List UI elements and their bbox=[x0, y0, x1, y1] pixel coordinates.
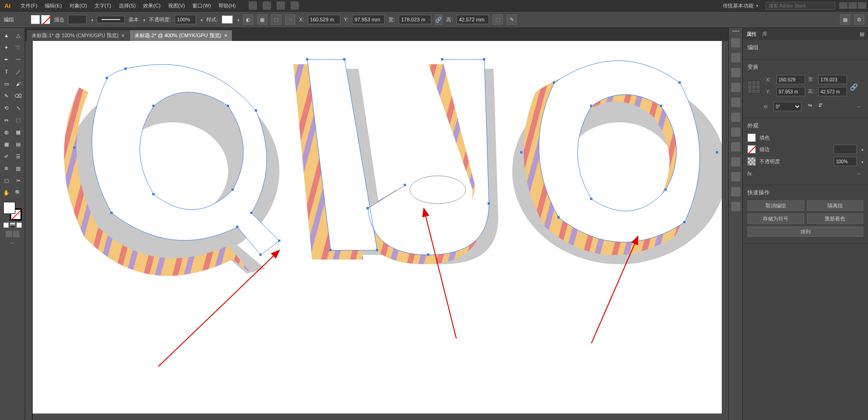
tool-blend[interactable]: ☰ bbox=[13, 151, 24, 162]
prop-y-input[interactable] bbox=[776, 87, 805, 96]
dock-actions-icon[interactable] bbox=[731, 202, 740, 211]
tool-artboard[interactable]: ▢ bbox=[1, 175, 12, 186]
tool-type[interactable]: T bbox=[1, 66, 12, 77]
appearance-more-icon[interactable]: ··· bbox=[854, 169, 863, 178]
dock-stroke-icon[interactable] bbox=[731, 98, 740, 107]
tool-symbol-sprayer[interactable]: ✲ bbox=[1, 163, 12, 174]
appearance-opacity-swatch[interactable] bbox=[747, 157, 756, 166]
dock-symbols-icon[interactable] bbox=[731, 83, 740, 92]
recolor-icon[interactable]: ◐ bbox=[243, 14, 253, 25]
fill-color[interactable] bbox=[3, 202, 15, 214]
scrollbar-horizontal[interactable] bbox=[33, 413, 728, 420]
doc-setup-icon[interactable]: ▦ bbox=[840, 14, 850, 25]
transform-icon[interactable]: ⬚ bbox=[271, 14, 281, 25]
tool-mesh[interactable]: ▦ bbox=[1, 139, 12, 150]
menu-edit[interactable]: 编辑(E) bbox=[41, 0, 66, 11]
tool-rectangle[interactable]: ▭ bbox=[1, 78, 12, 89]
dock-swatches-icon[interactable] bbox=[731, 53, 740, 62]
scrollbar-vertical[interactable] bbox=[722, 41, 728, 413]
brush-preview[interactable] bbox=[97, 16, 125, 23]
tool-lasso[interactable]: ➰ bbox=[13, 42, 24, 53]
save-as-symbol-button[interactable]: 存储为符号 bbox=[747, 213, 804, 224]
tool-gradient[interactable]: ▤ bbox=[13, 139, 24, 150]
prefs-icon[interactable]: ⚙ bbox=[854, 14, 864, 25]
opacity-input[interactable] bbox=[175, 15, 196, 24]
menu-window[interactable]: 窗口(W) bbox=[189, 0, 215, 11]
menu-effect[interactable]: 效果(C) bbox=[139, 0, 164, 11]
panel-menu-icon[interactable]: ▤ bbox=[860, 31, 864, 37]
menu-type[interactable]: 文字(T) bbox=[91, 0, 115, 11]
isolate-group-button[interactable]: 隔离组 bbox=[807, 200, 864, 211]
tool-eyedropper[interactable]: ✐ bbox=[1, 151, 12, 162]
edit-toolbar-button[interactable]: ··· bbox=[2, 240, 23, 246]
style-menu[interactable] bbox=[237, 17, 239, 22]
tab-doc-1[interactable]: 未标题-1* @ 100% (CMYK/GPU 预览) × bbox=[27, 30, 129, 41]
color-mode-gradient[interactable] bbox=[10, 222, 15, 228]
appearance-stroke-weight[interactable] bbox=[834, 145, 857, 154]
stock-icon[interactable] bbox=[263, 1, 271, 10]
appearance-opacity-input[interactable] bbox=[834, 157, 857, 166]
tool-rotate[interactable]: ⟲ bbox=[1, 102, 12, 113]
dock-graphic-styles-icon[interactable] bbox=[731, 157, 740, 167]
graphic-style-swatch[interactable] bbox=[222, 15, 233, 24]
dock-gradient-icon[interactable] bbox=[731, 113, 740, 122]
canvas[interactable] bbox=[25, 41, 728, 420]
fill-swatch[interactable] bbox=[31, 15, 40, 24]
workspace-switcher[interactable]: 传统基本功能 bbox=[719, 1, 762, 10]
gpu-icon[interactable] bbox=[291, 1, 299, 10]
search-input[interactable] bbox=[766, 2, 835, 10]
tool-magic-wand[interactable]: ✦ bbox=[1, 42, 12, 53]
ungroup-button[interactable]: 取消编组 bbox=[747, 200, 804, 211]
flip-v-icon[interactable]: ⇵ bbox=[818, 102, 827, 111]
opacity-menu[interactable] bbox=[200, 17, 203, 22]
recolor-button[interactable]: 重新着色 bbox=[807, 213, 864, 224]
menu-select[interactable]: 选择(S) bbox=[115, 0, 140, 11]
screen-mode-normal[interactable] bbox=[6, 231, 12, 237]
prop-h-input[interactable] bbox=[818, 87, 847, 96]
screen-mode-full[interactable] bbox=[13, 231, 20, 237]
arrange-icon[interactable] bbox=[277, 1, 285, 10]
dock-links-icon[interactable] bbox=[731, 187, 740, 196]
tool-shaper[interactable]: ✎ bbox=[1, 90, 12, 101]
link-wh-icon[interactable]: 🔗 bbox=[435, 14, 442, 25]
tool-direct-selection[interactable]: △ bbox=[13, 30, 24, 41]
stroke-swatch[interactable] bbox=[41, 15, 50, 24]
tool-shape-builder[interactable]: ◍ bbox=[1, 127, 12, 138]
menu-file[interactable]: 文件(F) bbox=[17, 0, 41, 11]
color-mode-none[interactable] bbox=[16, 222, 22, 228]
prop-rotation-input[interactable]: 0° bbox=[773, 102, 801, 111]
tool-slice[interactable]: ✂ bbox=[13, 175, 24, 186]
w-input[interactable] bbox=[399, 15, 431, 24]
menu-help[interactable]: 帮助(H) bbox=[215, 0, 239, 11]
tab-doc-2[interactable]: 未标题-2* @ 400% (CMYK/GPU 预览) × bbox=[130, 30, 232, 41]
tool-scale[interactable]: ⤡ bbox=[13, 102, 24, 113]
opacity-dropdown[interactable] bbox=[861, 159, 863, 164]
link-wh-icon[interactable]: 🔗 bbox=[850, 83, 858, 91]
tool-eraser[interactable]: ⌫ bbox=[13, 90, 24, 101]
panel-tab-properties[interactable]: 属性 bbox=[746, 31, 757, 38]
artboard[interactable] bbox=[33, 41, 722, 418]
fx-button[interactable]: fx. bbox=[747, 171, 753, 176]
arrange-button[interactable]: 排列 bbox=[747, 227, 863, 237]
fill-stroke-selector[interactable] bbox=[3, 202, 22, 220]
minimize-button[interactable] bbox=[839, 2, 848, 9]
isolate-icon[interactable]: ⬚ bbox=[493, 14, 503, 25]
color-mode-solid[interactable] bbox=[3, 222, 9, 228]
tool-width[interactable]: ⇔ bbox=[1, 114, 12, 126]
h-input[interactable] bbox=[456, 15, 489, 24]
prop-w-input[interactable] bbox=[818, 75, 847, 84]
menu-object[interactable]: 对象(O) bbox=[66, 0, 91, 11]
dock-appearance-icon[interactable] bbox=[731, 142, 740, 152]
tool-selection[interactable]: ▲ bbox=[1, 30, 12, 41]
tool-free-transform[interactable]: ⬚ bbox=[13, 114, 24, 126]
menu-view[interactable]: 视图(V) bbox=[164, 0, 189, 11]
appearance-fill-swatch[interactable] bbox=[747, 133, 756, 142]
tool-graph[interactable]: ▥ bbox=[13, 163, 24, 174]
tool-perspective[interactable]: ▦ bbox=[13, 127, 24, 138]
reference-point-grid[interactable] bbox=[747, 80, 760, 93]
stroke-weight-dropdown[interactable] bbox=[861, 147, 863, 152]
dock-transparency-icon[interactable] bbox=[731, 127, 740, 137]
appearance-stroke-swatch[interactable] bbox=[747, 145, 756, 153]
maximize-button[interactable] bbox=[848, 2, 857, 9]
bridge-icon[interactable] bbox=[249, 1, 257, 10]
